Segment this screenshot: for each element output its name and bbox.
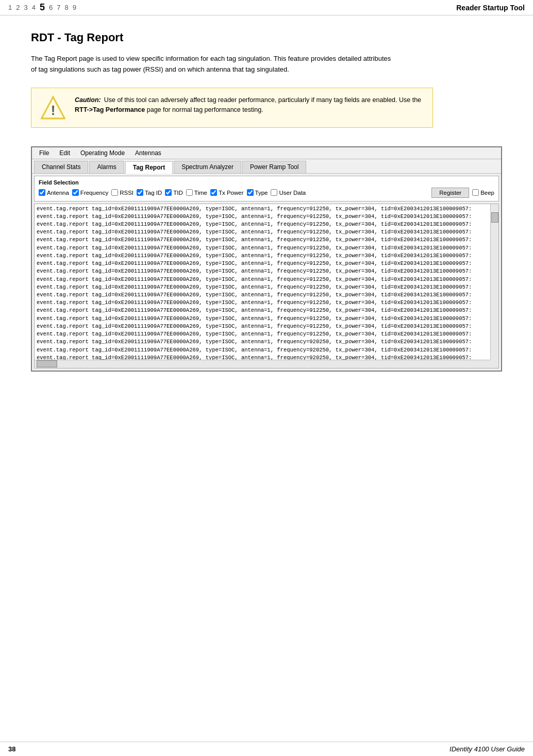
data-line: event.tag.report tag_id=0xE2001111909A77… [37, 276, 496, 283]
svg-text:!: ! [51, 103, 56, 117]
data-lines-container: event.tag.report tag_id=0xE2001111909A77… [35, 204, 498, 360]
page-num-3[interactable]: 3 [24, 4, 27, 11]
data-line: event.tag.report tag_id=0xE2001111909A77… [37, 205, 496, 213]
page-title: RDT - Tag Report [31, 31, 502, 44]
field-user-data: User Data [271, 189, 306, 196]
field-type: Type [247, 189, 268, 196]
field-frequency: Frequency [72, 189, 108, 196]
menu-antennas[interactable]: Antennas [130, 148, 166, 158]
field-selection-title: Field Selection [39, 179, 494, 186]
label-tx-power: Tx Power [219, 190, 244, 196]
checkbox-antenna[interactable] [39, 189, 45, 196]
checkbox-frequency[interactable] [72, 189, 79, 196]
page-num-8[interactable]: 8 [64, 4, 68, 11]
scrollbar-corner [490, 360, 498, 368]
caution-text: Caution:Use of this tool can adversely a… [75, 95, 423, 115]
vertical-scrollbar[interactable] [490, 204, 498, 360]
header-title: Reader Startup Tool [456, 4, 525, 12]
register-button[interactable]: Register [431, 188, 469, 198]
label-beep: Beep [480, 190, 494, 196]
main-content: RDT - Tag Report The Tag Report page is … [0, 15, 533, 402]
page-num-4[interactable]: 4 [32, 4, 36, 11]
data-line: event.tag.report tag_id=0xE2001111909A77… [37, 260, 496, 267]
caution-link-text: RTT->Tag Performance [75, 106, 145, 113]
page-num-9[interactable]: 9 [73, 4, 76, 11]
label-time: Time [194, 190, 207, 196]
tab-alarms[interactable]: Alarms [89, 161, 124, 173]
data-line: event.tag.report tag_id=0xE2001111909A77… [37, 244, 496, 252]
field-tid: TID [165, 189, 183, 196]
field-tag-id: Tag ID [137, 189, 162, 196]
page-num-7[interactable]: 7 [57, 4, 60, 11]
checkbox-rssi[interactable] [111, 189, 118, 196]
label-user-data: User Data [279, 190, 306, 196]
scrollbar-thumb-h[interactable] [37, 360, 57, 367]
beep-field: Beep [472, 189, 494, 196]
data-line: event.tag.report tag_id=0xE2001111909A77… [37, 346, 496, 354]
data-line: event.tag.report tag_id=0xE2001111909A77… [37, 315, 496, 323]
data-line: event.tag.report tag_id=0xE2001111909A77… [37, 354, 496, 360]
field-antenna: Antenna [39, 189, 69, 196]
data-line: event.tag.report tag_id=0xE2001111909A77… [37, 323, 496, 330]
menu-edit[interactable]: Edit [54, 148, 75, 158]
data-line: event.tag.report tag_id=0xE2001111909A77… [37, 252, 496, 260]
field-checkboxes: Antenna Frequency RSSI Tag ID TID [39, 188, 494, 198]
page-num-2[interactable]: 2 [16, 4, 20, 11]
footer-page-number: 38 [8, 745, 15, 753]
page-num-5-active[interactable]: 5 [40, 2, 45, 13]
data-line: event.tag.report tag_id=0xE2001111909A77… [37, 283, 496, 291]
tab-power-ramp-tool[interactable]: Power Ramp Tool [242, 161, 307, 173]
data-line: event.tag.report tag_id=0xE2001111909A77… [37, 213, 496, 221]
tab-channel-stats[interactable]: Channel Stats [34, 161, 88, 173]
footer-title: IDentity 4100 User Guide [449, 745, 525, 753]
page-num-1[interactable]: 1 [8, 4, 12, 11]
label-type: Type [255, 190, 268, 196]
page-num-6[interactable]: 6 [49, 4, 53, 11]
label-tid: TID [173, 190, 183, 196]
checkbox-tag-id[interactable] [137, 189, 143, 196]
field-tx-power: Tx Power [210, 189, 244, 196]
tab-tag-report[interactable]: Tag Report [125, 161, 173, 174]
checkbox-time[interactable] [186, 189, 193, 196]
tab-bar: Channel Stats Alarms Tag Report Spectrum… [32, 159, 501, 174]
page-description: The Tag Report page is used to view spec… [31, 54, 392, 75]
caution-text-part1: Use of this tool can adversely affect ta… [104, 96, 421, 104]
data-line: event.tag.report tag_id=0xE2001111909A77… [37, 267, 496, 275]
caution-box: ! Caution:Use of this tool can adversely… [31, 88, 433, 128]
checkbox-tx-power[interactable] [210, 189, 217, 196]
field-rssi: RSSI [111, 189, 134, 196]
label-frequency: Frequency [80, 190, 108, 196]
field-selection-panel: Field Selection Antenna Frequency RSSI T… [34, 176, 499, 201]
page-header: 1 2 3 4 5 6 7 8 9 Reader Startup Tool [0, 0, 533, 15]
page-numbers: 1 2 3 4 5 6 7 8 9 [8, 2, 76, 13]
menu-file[interactable]: File [34, 148, 54, 158]
data-line: event.tag.report tag_id=0xE2001111909A77… [37, 228, 496, 236]
checkbox-beep[interactable] [472, 189, 479, 196]
menu-operating-mode[interactable]: Operating Mode [75, 148, 130, 158]
checkbox-tid[interactable] [165, 189, 172, 196]
app-window: File Edit Operating Mode Antennas Channe… [31, 146, 502, 372]
data-area[interactable]: event.tag.report tag_id=0xE2001111909A77… [34, 204, 499, 368]
label-antenna: Antenna [47, 190, 69, 196]
label-tag-id: Tag ID [145, 190, 162, 196]
data-line: event.tag.report tag_id=0xE2001111909A77… [37, 338, 496, 346]
checkbox-user-data[interactable] [271, 189, 277, 196]
scrollbar-thumb-v[interactable] [491, 212, 498, 223]
tab-spectrum-analyzer[interactable]: Spectrum Analyzer [174, 161, 241, 173]
field-time: Time [186, 189, 207, 196]
checkbox-type[interactable] [247, 189, 254, 196]
horizontal-scrollbar[interactable] [35, 360, 490, 368]
data-line: event.tag.report tag_id=0xE2001111909A77… [37, 236, 496, 244]
data-line: event.tag.report tag_id=0xE2001111909A77… [37, 299, 496, 307]
data-line: event.tag.report tag_id=0xE2001111909A77… [37, 330, 496, 338]
data-line: event.tag.report tag_id=0xE2001111909A77… [37, 307, 496, 314]
data-line: event.tag.report tag_id=0xE2001111909A77… [37, 291, 496, 299]
warning-triangle-icon: ! [41, 95, 65, 120]
page-footer: 38 IDentity 4100 User Guide [0, 742, 533, 756]
caution-label: Caution: [75, 96, 101, 104]
menu-bar: File Edit Operating Mode Antennas [32, 147, 501, 159]
data-line: event.tag.report tag_id=0xE2001111909A77… [37, 221, 496, 228]
label-rssi: RSSI [120, 190, 134, 196]
caution-text-part2: page for normal tag performance testing. [145, 106, 263, 113]
